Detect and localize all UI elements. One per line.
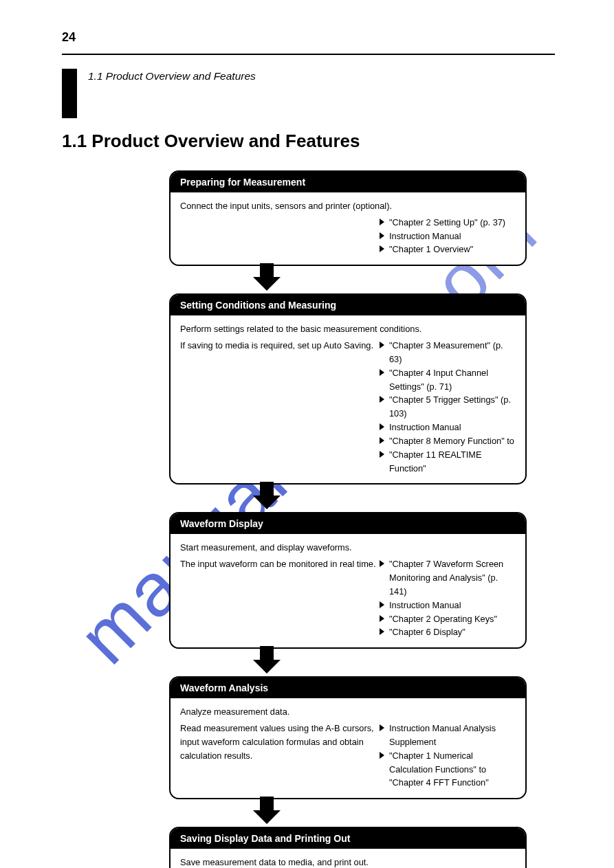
list-item: "Chapter 2 Operating Keys" [380,612,516,626]
list-item: "Chapter 5 Trigger Settings" (p. 103) [380,393,516,421]
list-item: Instruction Manual [380,230,505,243]
list-item: "Chapter 3 Measurement" (p. 63) [380,339,516,366]
list-item: "Chapter 1 Overview" [380,243,505,256]
flow-box-title: Preparing for Measurement [171,172,525,192]
list-item: "Chapter 8 Memory Function" to [380,434,516,448]
list-item: "Chapter 11 REALTIME Function" [380,448,516,476]
flow-box-lead: Start measurement, and display waveforms… [180,541,516,555]
flow-box-left: If saving to media is required, set up A… [180,339,380,475]
list-item: "Chapter 6 Display" [380,625,516,639]
list-item: "Chapter 7 Waveform Screen Monitoring an… [380,557,516,598]
page-number: 24 [62,30,76,45]
flow-box-list: "Chapter 3 Measurement" (p. 63) "Chapter… [380,339,516,475]
list-item: "Chapter 4 Input Channel Settings" (p. 7… [380,366,516,394]
flow-box-title: Waveform Display [171,513,525,534]
flow-box-title: Waveform Analysis [171,678,525,698]
flow-box-saving: Saving Display Data and Printing Out Sav… [169,827,527,868]
section-heading: 1.1 Product Overview and Features [62,131,360,152]
flow-box-left: The input waveform can be monitored in r… [180,557,380,639]
flow-box-lead: Perform settings related to the basic me… [180,322,516,336]
flow-box-list: "Chapter 2 Setting Up" (p. 37) Instructi… [380,216,505,256]
flow-box-display: Waveform Display Start measurement, and … [169,512,527,649]
flow-box-setting: Setting Conditions and Measuring Perform… [169,293,527,485]
flow-box-title: Saving Display Data and Printing Out [171,828,525,849]
flow-box-lead: Analyze measurement data. [180,705,516,719]
list-item: Instruction Manual [380,421,516,434]
flow-box-preparing: Preparing for Measurement Connect the in… [169,170,527,266]
flow-box-lead: Save measurement data to media, and prin… [180,856,516,868]
list-item: "Chapter 2 Setting Up" (p. 37) [380,216,505,230]
header-rule [62,54,555,55]
list-item: "Chapter 1 Numerical Calculation Functio… [380,749,516,790]
flow-arrow [169,485,527,512]
flow-box-left: Read measurement values using the A-B cu… [180,722,380,790]
chapter-breadcrumb: 1.1 Product Overview and Features [88,70,256,82]
section-tab [62,69,77,118]
flow-column: Preparing for Measurement Connect the in… [169,170,527,868]
flow-arrow [169,649,527,676]
flow-arrow [169,799,527,827]
flow-box-list: Instruction Manual Analysis Supplement "… [380,722,516,790]
flow-box-analysis: Waveform Analysis Analyze measurement da… [169,676,527,799]
flow-arrow [169,266,527,293]
flow-box-list: "Chapter 7 Waveform Screen Monitoring an… [380,557,516,639]
list-item: Instruction Manual [380,599,516,612]
flow-box-lead: Connect the input units, sensors and pri… [180,199,516,213]
list-item: Instruction Manual Analysis Supplement [380,722,516,749]
flow-box-title: Setting Conditions and Measuring [171,295,525,315]
flow-box-left [180,216,380,256]
